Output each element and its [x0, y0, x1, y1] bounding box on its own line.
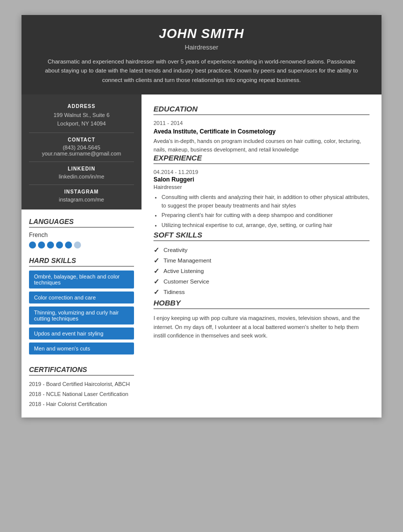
checkmark-icon: ✓: [154, 256, 160, 264]
checkmark-icon: ✓: [154, 278, 160, 286]
experience-title: EXPERIENCE: [154, 154, 370, 164]
sidebar: ADDRESS 199 Walnut St., Suite 6 Lockport…: [22, 94, 142, 417]
email: your.name.surname@gmail.com: [29, 150, 134, 156]
soft-skill-1: ✓ Creativity: [154, 246, 370, 254]
certifications-title: CERTIFICATIONS: [29, 366, 134, 376]
experience-section: EXPERIENCE 04.2014 - 11.2019 Salon Rugge…: [154, 154, 370, 229]
skill-pill-5: Men and women's cuts: [29, 342, 134, 354]
address-label: ADDRESS: [29, 104, 134, 109]
checkmark-icon: ✓: [154, 288, 160, 296]
dot-4: [56, 242, 63, 248]
exp-years: 04.2014 - 11.2019: [154, 169, 370, 175]
language: French: [29, 232, 134, 238]
sidebar-white-section: LANGUAGES French HARD SKILLS Ombré, bala…: [22, 210, 142, 417]
cert-item-1: 2019 - Board Certified Haircolorist, ABC…: [29, 380, 134, 390]
candidate-summary: Charasmatic and experienced hairdresser …: [42, 57, 362, 84]
dot-2: [38, 242, 45, 248]
hard-skills-title: HARD SKILLS: [29, 256, 134, 266]
checkmark-icon: ✓: [154, 267, 160, 275]
exp-company: Salon Ruggeri: [154, 176, 370, 183]
dot-1: [29, 242, 36, 248]
instagram-label: INSTAGRAM: [29, 189, 134, 194]
soft-skill-3: ✓ Active Listening: [154, 267, 370, 275]
dot-6: [74, 242, 81, 248]
skill-pill-4: Updos and event hair styling: [29, 328, 134, 340]
main-content: EDUCATION 2011 - 2014 Aveda Institute, C…: [142, 94, 382, 417]
address-line1: 199 Walnut St., Suite 6: [29, 111, 134, 120]
dot-3: [47, 242, 54, 248]
resume-page: JOHN SMITH Hairdresser Charasmatic and e…: [22, 15, 382, 418]
exp-role: Hairdresser: [154, 184, 370, 190]
soft-skill-2: ✓ Time Management: [154, 256, 370, 264]
linkedin-label: LINKEDIN: [29, 166, 134, 172]
hobby-text: I enjoy keeping up with pop culture via …: [154, 314, 370, 340]
contact-block: ADDRESS 199 Walnut St., Suite 6 Lockport…: [22, 94, 142, 210]
soft-skill-4: ✓ Customer Service: [154, 278, 370, 286]
exp-bullet-list: Consulting with clients and analyzing th…: [154, 193, 370, 229]
exp-bullet-3: Utilizing technical expertise to cut, ar…: [162, 221, 370, 230]
language-proficiency-dots: [29, 242, 134, 248]
linkedin: linkedin.com/in/me: [29, 174, 134, 180]
contact-label: CONTACT: [29, 137, 134, 142]
education-section: EDUCATION 2011 - 2014 Aveda Institute, C…: [154, 104, 370, 154]
certifications-section: CERTIFICATIONS 2019 - Board Certified Ha…: [29, 366, 134, 409]
edu-years: 2011 - 2014: [154, 120, 370, 126]
soft-skills-section: SOFT SKILLS ✓ Creativity ✓ Time Manageme…: [154, 230, 370, 296]
phone: (843) 204-5645: [29, 144, 134, 150]
skill-pill-3: Thinning, volumizing and curly hair cutt…: [29, 306, 134, 324]
cert-item-2: 2018 - NCLE National Laser Certification: [29, 390, 134, 400]
instagram: instagram.com/me: [29, 196, 134, 202]
candidate-title: Hairdresser: [42, 44, 362, 51]
languages-title: LANGUAGES: [29, 218, 134, 228]
edu-school: Aveda Institute, Certificate in Cosmetol…: [154, 128, 370, 135]
skill-pill-1: Ombré, balayage, bleach and color techni…: [29, 270, 134, 288]
exp-bullet-1: Consulting with clients and analyzing th…: [162, 193, 370, 210]
candidate-name: JOHN SMITH: [42, 26, 362, 42]
soft-skill-5: ✓ Tidiness: [154, 288, 370, 296]
edu-description: Aveda's in-depth, hands on program inclu…: [154, 137, 370, 154]
soft-skills-title: SOFT SKILLS: [154, 230, 370, 241]
address-line2: Lockport, NY 14094: [29, 120, 134, 128]
hobby-section: HOBBY I enjoy keeping up with pop cultur…: [154, 298, 370, 340]
resume-body: ADDRESS 199 Walnut St., Suite 6 Lockport…: [22, 94, 382, 417]
education-title: EDUCATION: [154, 104, 370, 115]
resume-header: JOHN SMITH Hairdresser Charasmatic and e…: [22, 15, 382, 94]
hobby-title: HOBBY: [154, 298, 370, 309]
cert-item-3: 2018 - Hair Colorist Certification: [29, 400, 134, 410]
exp-bullet-2: Preparing client's hair for cutting with…: [162, 211, 370, 220]
checkmark-icon: ✓: [154, 246, 160, 254]
hard-skills-section: HARD SKILLS Ombré, balayage, bleach and …: [29, 256, 134, 358]
dot-5: [65, 242, 72, 248]
skill-pill-2: Color correction and care: [29, 292, 134, 304]
languages-section: LANGUAGES French: [29, 218, 134, 248]
